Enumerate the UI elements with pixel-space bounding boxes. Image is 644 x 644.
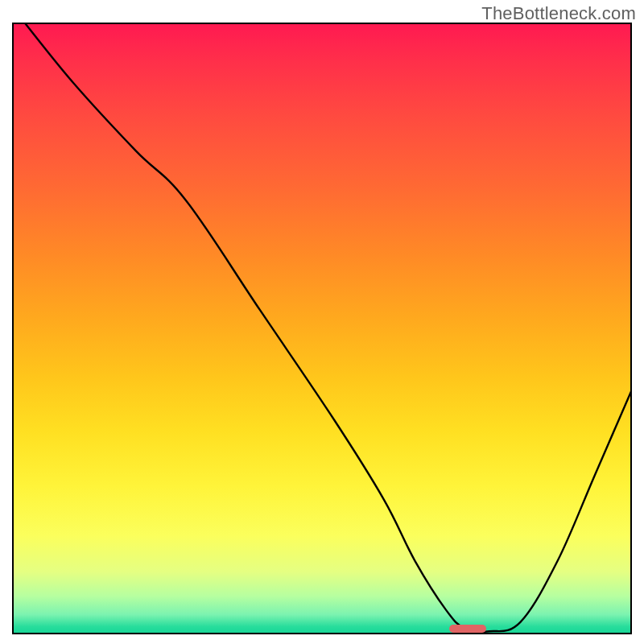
bottleneck-curve bbox=[12, 23, 632, 634]
watermark-label: TheBottleneck.com bbox=[481, 3, 636, 24]
plot-area bbox=[12, 23, 632, 634]
optimum-marker bbox=[449, 625, 486, 633]
chart-frame: TheBottleneck.com bbox=[0, 0, 644, 644]
